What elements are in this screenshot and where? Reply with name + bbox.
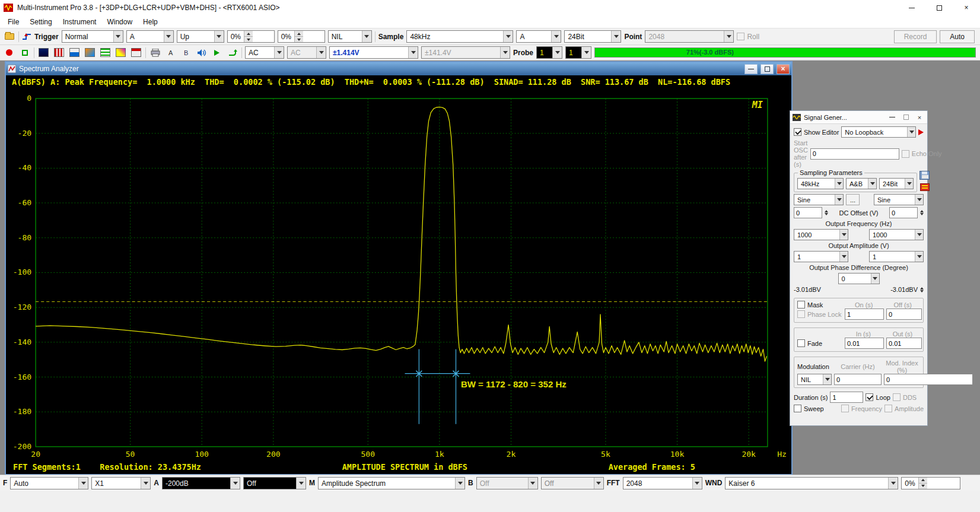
signal-generator-titlebar[interactable]: Signal Gener... × <box>790 111 927 124</box>
modulation-type-select[interactable]: NIL <box>797 374 832 385</box>
amplitude-a-combo[interactable]: 1 <box>794 251 848 262</box>
dc-offset-b-input[interactable] <box>889 207 918 218</box>
record-points-select[interactable]: 2048 <box>645 30 734 43</box>
x-axis-mode-select[interactable]: Auto <box>10 477 88 489</box>
minimize-button[interactable] <box>744 64 758 74</box>
device-test-plan-button[interactable] <box>130 47 142 59</box>
display-mode-select[interactable]: Amplitude Spectrum <box>318 477 465 489</box>
b-shift-select[interactable]: Off <box>541 477 604 489</box>
trigger-edge-select[interactable]: Up <box>177 30 224 43</box>
range-a-select[interactable]: ±1.414V <box>329 46 418 59</box>
fade-in-input[interactable] <box>845 338 884 349</box>
mod-index-input[interactable] <box>884 374 973 385</box>
maximize-button[interactable] <box>901 113 911 122</box>
spectrum-chart[interactable]: 20501002005001k2k5k10k20k0-20-40-60-80-1… <box>6 88 791 462</box>
trigger-level-stepper[interactable]: 0% <box>227 30 275 43</box>
label-a-button[interactable]: A <box>164 47 177 59</box>
multimeter-button[interactable] <box>68 47 81 59</box>
spectrum-plot[interactable]: 20501002005001k2k5k10k20k0-20-40-60-80-1… <box>6 88 791 462</box>
waveform-b-select[interactable]: Sine <box>874 194 924 205</box>
print-button[interactable] <box>149 47 161 59</box>
window-function-select[interactable]: Kaiser 6 <box>725 477 898 489</box>
sampling-bits-select[interactable]: 24Bit <box>564 30 621 43</box>
save-signal-button[interactable] <box>919 171 930 180</box>
loopback-select[interactable]: No Loopback <box>841 126 916 138</box>
label-b-button[interactable]: B <box>180 47 192 59</box>
menu-window[interactable]: Window <box>101 17 138 27</box>
step-down-icon[interactable] <box>295 36 303 42</box>
probe-a-select[interactable]: 1 <box>536 46 562 59</box>
mask-off-input[interactable] <box>886 309 922 320</box>
play-button[interactable] <box>211 47 223 59</box>
x-zoom-select[interactable]: X1 <box>91 477 151 489</box>
waveform-a-select[interactable]: Sine <box>794 194 844 205</box>
sweep-checkbox[interactable]: Sweep <box>794 405 824 412</box>
carrier-input[interactable] <box>834 374 882 385</box>
trigger-mode-select[interactable]: Normal <box>62 30 123 43</box>
dc-offset-b-stepper[interactable] <box>920 210 924 215</box>
maximize-button[interactable] <box>925 0 953 15</box>
generator-rate-select[interactable]: 48kHz <box>797 178 844 189</box>
data-logger-button[interactable] <box>99 47 112 59</box>
more-waveform-button[interactable]: ... <box>846 194 860 205</box>
loopback-button[interactable] <box>226 47 238 59</box>
menu-setting[interactable]: Setting <box>24 17 57 27</box>
dds-checkbox[interactable]: DDS <box>893 393 917 401</box>
auto-button[interactable]: Auto <box>940 30 975 43</box>
coupling-a-select[interactable]: AC <box>245 46 284 59</box>
sweep-amplitude-checkbox[interactable]: Amplitude <box>884 405 924 412</box>
minimize-button[interactable] <box>887 113 898 122</box>
sampling-channel-select[interactable]: A <box>516 30 561 43</box>
menu-file[interactable]: File <box>2 17 24 27</box>
close-button[interactable]: × <box>914 113 925 122</box>
generator-bits-select[interactable]: 24Bit <box>879 178 914 189</box>
trigger-hpf-select[interactable]: NIL <box>328 30 372 43</box>
spectrum-analyzer-button[interactable] <box>53 47 65 59</box>
sampling-rate-select[interactable]: 48kHz <box>406 30 513 43</box>
overlap-stepper[interactable]: 0% <box>901 477 960 489</box>
amplitude-b-combo[interactable]: 1 <box>869 251 924 262</box>
phase-difference-combo[interactable]: 0 <box>838 273 880 284</box>
generator-run-button[interactable] <box>918 129 924 135</box>
trigger-delay-stepper[interactable]: 0% <box>278 30 325 43</box>
coupling-b-select[interactable]: AC <box>287 46 326 59</box>
step-down-icon[interactable] <box>919 483 927 489</box>
phase-lock-checkbox[interactable]: Phase Lock <box>797 310 842 318</box>
mask-on-input[interactable] <box>845 309 884 320</box>
step-up-icon[interactable] <box>919 478 927 483</box>
sound-output-button[interactable] <box>195 47 208 59</box>
frequency-b-combo[interactable]: 1000 <box>869 229 924 240</box>
fade-out-input[interactable] <box>886 338 922 349</box>
open-editor-button[interactable] <box>920 183 930 191</box>
show-editor-checkbox[interactable]: Show Editor <box>794 128 839 136</box>
step-up-icon[interactable] <box>244 31 253 36</box>
spectrum-3d-button[interactable] <box>84 47 96 59</box>
step-up-icon[interactable] <box>295 31 303 36</box>
record-button[interactable]: Record <box>894 30 937 43</box>
generator-channels-select[interactable]: A&B <box>846 178 877 189</box>
close-button[interactable]: × <box>953 0 980 15</box>
loop-checkbox[interactable]: Loop <box>866 393 890 401</box>
echo-only-checkbox[interactable]: Echo Only <box>902 150 942 158</box>
probe-b-select[interactable]: 1 <box>565 46 591 59</box>
lcr-meter-button[interactable] <box>114 47 127 59</box>
spectrum-window-titlebar[interactable]: Spectrum Analyzer × <box>6 62 791 75</box>
start-osc-input[interactable] <box>810 148 899 160</box>
menu-help[interactable]: Help <box>138 17 163 27</box>
open-file-button[interactable] <box>3 31 15 43</box>
run-stop-button[interactable] <box>3 47 15 59</box>
a-shift-select[interactable]: Off <box>243 477 306 489</box>
pause-button[interactable] <box>18 47 31 59</box>
frequency-a-combo[interactable]: 1000 <box>794 229 848 240</box>
step-down-icon[interactable] <box>244 36 253 42</box>
minimize-button[interactable] <box>898 0 925 15</box>
duration-input[interactable] <box>830 392 863 403</box>
a-range-select[interactable]: -200dB <box>162 477 240 489</box>
sweep-frequency-checkbox[interactable]: Frequency <box>841 405 882 412</box>
menu-instrument[interactable]: Instrument <box>58 17 102 27</box>
mask-checkbox[interactable]: Mask <box>797 301 842 309</box>
fade-checkbox[interactable]: Fade <box>797 339 842 347</box>
b-range-select[interactable]: Off <box>476 477 538 489</box>
roll-checkbox[interactable]: Roll <box>737 33 759 41</box>
dc-offset-a-input[interactable] <box>794 207 822 218</box>
